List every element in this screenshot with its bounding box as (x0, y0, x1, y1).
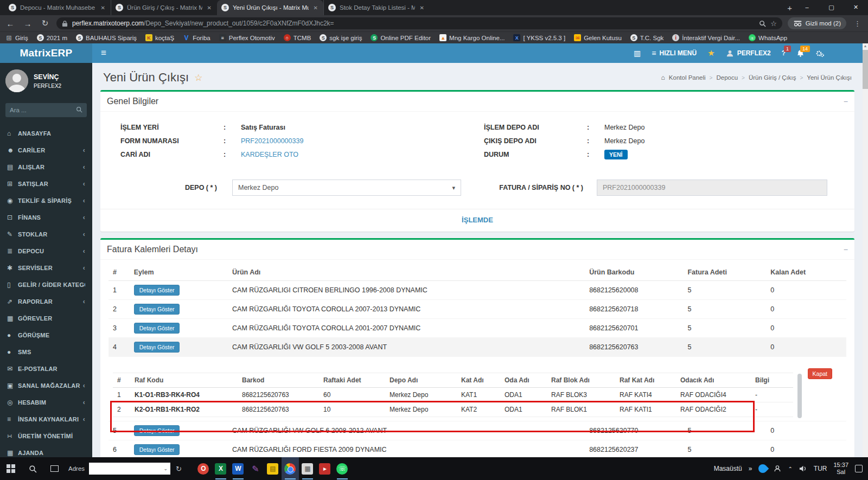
breadcrumb-item[interactable]: Yeni Ürün Çıkışı (807, 74, 852, 81)
browser-tab[interactable]: SYeni Ürün Çıkışı - Matrix Muhasel✕ (217, 0, 323, 15)
table-row[interactable]: 5Detayı GösterCAM RÜZGARLIĞI VW GOLF 6 2… (108, 421, 846, 440)
sidebar-item[interactable]: ●SMS (0, 343, 92, 360)
calculator-icon[interactable]: ▦ (299, 457, 316, 480)
sidebar-item[interactable]: ⇗RAPORLAR‹ (0, 293, 92, 310)
folder-yellow-icon[interactable]: ▤ (264, 457, 282, 480)
user-menu[interactable]: PERFLEX2 (726, 49, 771, 57)
show-detail-button[interactable]: Detayı Göster (134, 285, 180, 296)
show-detail-button[interactable]: Detayı Göster (134, 342, 180, 353)
sidebar-item[interactable]: ▦AJANDA (0, 444, 92, 457)
breadcrumb-item[interactable]: Ürün Giriş / Çıkış (749, 74, 796, 81)
nested-scrollbar[interactable] (797, 374, 802, 418)
back-icon[interactable]: ← (4, 19, 16, 28)
pen-purple-icon[interactable]: ✎ (247, 457, 264, 480)
scroll-up-icon[interactable]: ▲ (863, 43, 868, 49)
sidebar-item[interactable]: ⊡FİNANS‹ (0, 209, 92, 226)
minimize-button[interactable]: – (795, 0, 819, 15)
sidebar-item[interactable]: ▦GÖREVLER (0, 310, 92, 327)
clock[interactable]: 15:37 Sal (833, 462, 848, 476)
table-row[interactable]: 3Detayı GösterCAM RÜZGARLIĞI TOYOTA CORO… (108, 319, 846, 338)
sidebar-item[interactable]: ⌂ANASAYFA (0, 125, 92, 142)
refresh-icon[interactable]: ↻ (39, 18, 51, 28)
show-detail-button[interactable]: Detayı Göster (134, 323, 180, 334)
action-center-icon[interactable] (855, 465, 863, 472)
bookmark-item[interactable]: SOnline PDF Editor (371, 34, 431, 41)
cloud-drop-icon[interactable] (757, 463, 769, 475)
scrollbar-thumb[interactable] (863, 50, 868, 89)
breadcrumb-item[interactable]: Kontol Paneli (669, 74, 706, 81)
table-row[interactable]: 4Detayı GösterCAM RÜZGARLIĞI VW GOLF 5 2… (108, 338, 846, 357)
browser-tab[interactable]: SStok Detay Takip Listesi - Matrix✕ (323, 0, 430, 15)
bookmark-item[interactable]: Ssgk işe giriş (320, 34, 362, 41)
whatsapp-icon[interactable]: ☏ (334, 457, 351, 480)
tray-expand-icon[interactable]: ⌃ (788, 466, 792, 472)
bookmark-star-icon[interactable]: ☆ (770, 20, 777, 28)
show-detail-button[interactable]: Detayı Göster (134, 425, 180, 436)
sidebar-item[interactable]: ✱SERVİSLER‹ (0, 259, 92, 276)
bookmark-item[interactable]: X[ YKSS v2.5.3 ] (513, 34, 565, 41)
sidebar-item[interactable]: ◎HESABIM‹ (0, 394, 92, 411)
sidebar-item[interactable]: ≡İNSAN KAYNAKLARI‹ (0, 411, 92, 427)
browser-tab[interactable]: SÜrün Giriş / Çıkış - Matrix Muhas✕ (111, 0, 217, 15)
sidebar-search-input[interactable] (5, 103, 72, 117)
browser-tab[interactable]: SDepocu - Matrix Muhasebe✕ (4, 0, 111, 15)
address-toolbar-input[interactable] (89, 463, 161, 474)
task-view-button[interactable] (43, 457, 65, 480)
favorite-page-star-icon[interactable]: ☆ (194, 72, 202, 84)
table-row[interactable]: 6Detayı GösterCAM RÜZGARLIĞI FORD FIESTA… (108, 440, 846, 458)
quick-menu-button[interactable]: ≡HIZLI MENÜ (652, 49, 697, 57)
depo-select[interactable]: Merkez Depo ▾ (232, 180, 461, 196)
browser-red-icon[interactable]: O (195, 457, 212, 480)
collapse-icon[interactable]: − (844, 245, 848, 254)
tab-close-icon[interactable]: ✕ (419, 4, 425, 12)
speaker-icon[interactable] (799, 465, 807, 472)
bookmark-item[interactable]: SBAUHAUS Sipariş (76, 34, 137, 41)
address-go-icon[interactable]: ↻ (176, 465, 182, 473)
sidebar-item[interactable]: ●GÖRÜŞME (0, 327, 92, 343)
sidebar-item[interactable]: ▤ALIŞLAR‹ (0, 158, 92, 175)
sidebar-item[interactable]: ☻CARİLER‹ (0, 142, 92, 158)
brand-logo[interactable]: MatrixERP (0, 43, 92, 63)
table-row[interactable]: 1Detayı GösterCAM RÜZGARLIGI CITROEN BER… (108, 281, 846, 300)
show-detail-button[interactable]: Detayı Göster (134, 444, 180, 455)
bookmark-item[interactable]: ⊞Giriş (5, 34, 28, 41)
forward-icon[interactable]: → (22, 19, 34, 28)
search-icon[interactable] (759, 20, 766, 27)
bookmark-item[interactable]: ✉Gelen Kutusu (574, 34, 622, 41)
start-button[interactable] (0, 457, 22, 480)
new-tab-button[interactable]: + (787, 3, 792, 12)
field-value-link[interactable]: KARDEŞLER OTO (241, 151, 298, 158)
tray-overflow-chevron[interactable]: » (749, 465, 752, 472)
taskbar-search-button[interactable] (22, 457, 43, 480)
shelf-row[interactable]: 1K1-O1-RB3-RK4-RO4868212562076360Merkez … (113, 388, 793, 402)
notifications-button[interactable]: 14 (796, 49, 805, 57)
islemde-link[interactable]: İŞLEMDE (100, 209, 854, 232)
show-detail-button[interactable]: Detayı Göster (134, 304, 180, 315)
tab-close-icon[interactable]: ✕ (100, 4, 106, 12)
field-value-link[interactable]: PRF2021000000339 (241, 137, 303, 145)
chrome-icon[interactable] (282, 457, 299, 480)
sidebar-item[interactable]: ✉E-POSTALAR (0, 360, 92, 377)
grid-icon[interactable]: ▥ (634, 49, 641, 57)
chevron-down-icon[interactable]: ⌄ (161, 466, 171, 471)
page-scrollbar[interactable]: ▲ (863, 43, 868, 457)
bookmark-item[interactable]: VForiba (183, 34, 210, 41)
sidebar-item[interactable]: ▣SANAL MAĞAZALAR‹ (0, 377, 92, 394)
breadcrumb-item[interactable]: Depocu (716, 74, 738, 81)
sidebar-item[interactable]: ▯GELİR / GİDER KATEGORİ (0, 276, 92, 293)
help-button[interactable]: ?1 (782, 49, 786, 57)
sidebar-item[interactable]: ∺ÜRETİM YÖNETİMİ (0, 427, 92, 444)
sidebar-item[interactable]: ✎STOKLAR‹ (0, 226, 92, 242)
bookmark-item[interactable]: ☏WhatsApp (749, 34, 787, 41)
sidebar-item[interactable]: ≣DEPOCU‹ (0, 242, 92, 259)
media-red-icon[interactable]: ▸ (316, 457, 334, 480)
bookmark-item[interactable]: ST.C. Sgk (630, 34, 663, 41)
bookmark-item[interactable]: ≡Perflex Otomotiv (219, 34, 275, 41)
bookmark-item[interactable]: İİnteraktif Vergi Dair... (672, 34, 740, 41)
settings-gears-icon[interactable] (815, 49, 825, 57)
sidebar-item[interactable]: ⊞SATIŞLAR‹ (0, 175, 92, 192)
bookmark-item[interactable]: KkoçtaŞ (145, 34, 174, 41)
tab-close-icon[interactable]: ✕ (312, 4, 319, 12)
language-indicator[interactable]: TUR (814, 465, 827, 472)
table-row[interactable]: 2Detayı GösterCAM RÜZGARLIĞI TOYOTA CORO… (108, 300, 846, 319)
